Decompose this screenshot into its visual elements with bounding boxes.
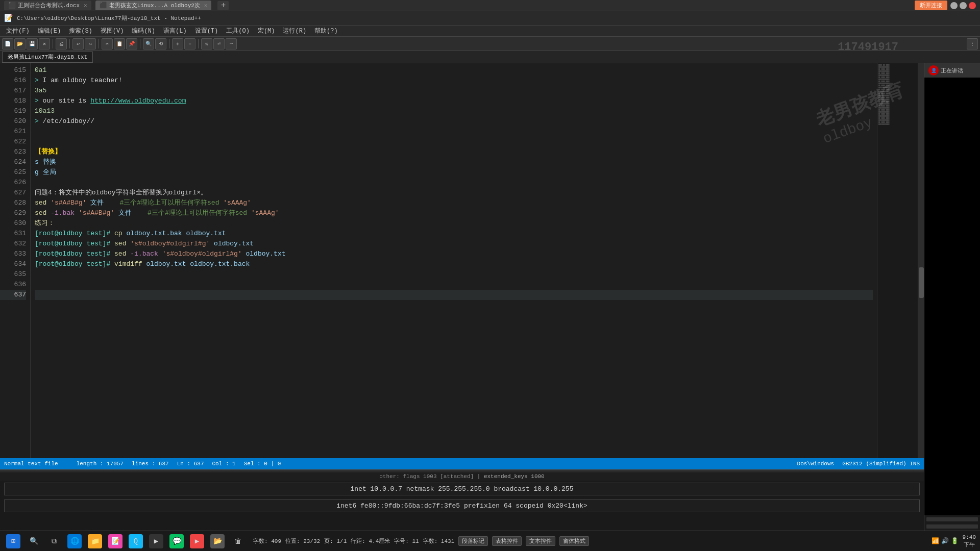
- chat-slider2[interactable]: [926, 524, 978, 529]
- vertical-scrollbar[interactable]: [918, 63, 924, 458]
- word-btn2[interactable]: 表格控件: [492, 536, 522, 546]
- tb-copy[interactable]: 📋: [114, 38, 125, 49]
- code-line: > I am oldboy teacher!: [35, 76, 873, 86]
- menu-tools[interactable]: 工具(O): [222, 26, 254, 36]
- browser-tab2-close[interactable]: ✕: [204, 2, 208, 9]
- code-line: [35, 137, 873, 147]
- word-btn4[interactable]: 窗体格式: [559, 536, 589, 546]
- taskbar-files[interactable]: 📂: [208, 532, 227, 550]
- tb-cut[interactable]: ✂: [102, 38, 113, 49]
- status-encoding: GB2312 (Simplified) INS: [842, 461, 920, 467]
- line-number: 630: [0, 218, 26, 229]
- tb-redo[interactable]: ↪: [85, 38, 96, 49]
- taskbar-explorer[interactable]: 📁: [86, 532, 104, 550]
- maximize-btn[interactable]: [960, 2, 967, 9]
- notepad-icon: 📝: [108, 534, 122, 548]
- start-button[interactable]: ⊞: [4, 532, 22, 550]
- menu-macro[interactable]: 宏(M): [254, 26, 279, 36]
- code-line: 【替换】: [35, 147, 873, 157]
- content-area: ⬛ 正则讲台合考测试.docx ✕ ⬛ 老男孩玄文Linux...A oldbo…: [0, 0, 980, 531]
- menu-bar: 文件(F) 编辑(E) 搜索(S) 视图(V) 编码(N) 语言(L) 设置(T…: [0, 26, 980, 37]
- qq-icon: Q: [129, 534, 143, 548]
- tb-right-buttons: ⋮: [967, 38, 978, 49]
- tb-indent[interactable]: →: [226, 38, 237, 49]
- code-line: 问题4：将文件中的oldboy字符串全部替换为oldgirl×。: [35, 188, 873, 198]
- word-status3: 页: 1/1: [324, 537, 347, 545]
- tray-volume: 🔊: [941, 537, 949, 545]
- tb-close[interactable]: ✕: [39, 38, 50, 49]
- tb-zoom-out[interactable]: －: [184, 38, 195, 49]
- tb-paste[interactable]: 📌: [126, 38, 137, 49]
- code-line: > /etc/oldboy//: [35, 116, 873, 127]
- menu-encoding[interactable]: 编码(N): [128, 26, 159, 36]
- menu-file[interactable]: 文件(F): [2, 26, 34, 36]
- tb-new[interactable]: 📄: [2, 38, 13, 49]
- tb-sync-scroll[interactable]: ⇅: [201, 38, 212, 49]
- line-number: 628: [0, 198, 26, 208]
- browser-tab2-icon: ⬛: [100, 2, 107, 9]
- word-status1: 字数: 409: [253, 537, 281, 545]
- status-sel: Sel : 0 | 0: [244, 461, 281, 467]
- tb-open[interactable]: 📂: [14, 38, 26, 49]
- recycle-icon: 🗑: [231, 534, 245, 548]
- tb-print[interactable]: 🖨: [56, 38, 67, 49]
- line-number: 637: [0, 290, 26, 300]
- close-btn[interactable]: [969, 2, 976, 9]
- browser-tab-second[interactable]: ⬛ 老男孩玄文Linux...A oldboy2次 ✕: [95, 1, 212, 10]
- new-tab-button[interactable]: +: [217, 1, 229, 10]
- menu-language[interactable]: 语言(L): [159, 26, 191, 36]
- file-tab-main[interactable]: 老男孩Linux77期-day18_txt: [2, 52, 93, 63]
- menu-edit[interactable]: 编辑(E): [34, 26, 65, 36]
- browser-tab-active[interactable]: ⬛ 正则讲台合考测试.docx ✕: [4, 1, 91, 10]
- editor-with-scroll: 6156166176186196206216226236246256266276…: [0, 63, 924, 458]
- taskbar-notepad[interactable]: 📝: [106, 532, 125, 550]
- tb-save[interactable]: 💾: [27, 38, 38, 49]
- tb-sep3: [99, 39, 99, 48]
- taskbar-qq[interactable]: Q: [127, 532, 145, 550]
- code-line: [35, 290, 873, 300]
- minimize-btn[interactable]: [950, 2, 958, 9]
- tb-sep4: [140, 39, 140, 48]
- line-number: 619: [0, 106, 26, 116]
- code-content[interactable]: 0a1> I am oldboy teacher!3a5> our site i…: [31, 63, 877, 458]
- menu-view[interactable]: 视图(V): [96, 26, 128, 36]
- code-line: s 替换: [35, 157, 873, 167]
- chat-slider1[interactable]: [926, 517, 978, 521]
- task-view-button[interactable]: ⧉: [45, 532, 63, 550]
- live-button[interactable]: 断开连接: [915, 1, 947, 10]
- tb-wrap[interactable]: ⏎: [213, 38, 225, 49]
- taskbar-browser[interactable]: 🌐: [65, 532, 84, 550]
- word-btn1[interactable]: 段落标记: [458, 536, 488, 546]
- tb-undo[interactable]: ↩: [72, 38, 84, 49]
- taskbar-terminal[interactable]: ▶: [147, 532, 165, 550]
- taskbar-recycle[interactable]: 🗑: [229, 532, 247, 550]
- status-lines: lines : 637: [132, 461, 169, 467]
- word-status4: 行距: 4.4厘米: [351, 537, 390, 545]
- chat-panel: 👤 正在讲话: [924, 63, 980, 531]
- word-btn3[interactable]: 文本控件: [526, 536, 555, 546]
- app-title-bar: 📝 C:\Users\oldboy\Desktop\Linux77期-day18…: [0, 11, 980, 26]
- code-line: 0a1: [35, 65, 873, 76]
- tb-replace[interactable]: ⟲: [155, 38, 166, 49]
- menu-settings[interactable]: 设置(T): [191, 26, 223, 36]
- menu-run[interactable]: 运行(R): [279, 26, 310, 36]
- taskbar-media[interactable]: ▶: [188, 532, 206, 550]
- tb-find[interactable]: 🔍: [143, 38, 154, 49]
- menu-help[interactable]: 帮助(?): [310, 26, 342, 36]
- line-number: 622: [0, 137, 26, 147]
- app-window: ⬛ 正则讲台合考测试.docx ✕ ⬛ 老男孩玄文Linux...A oldbo…: [0, 0, 980, 551]
- search-button[interactable]: 🔍: [24, 532, 43, 550]
- toolbar: 📄 📂 💾 ✕ 🖨 ↩ ↪ ✂ 📋 📌 🔍 ⟲ ＋ － ⇅ ⏎ → ⋮: [0, 37, 980, 51]
- app-icon: 📝: [4, 14, 13, 22]
- menu-search[interactable]: 搜索(S): [65, 26, 96, 36]
- browser-tab-close[interactable]: ✕: [84, 2, 87, 9]
- window-controls: [950, 2, 976, 9]
- terminal-hint: other: flags 1003 [attached] | extended_…: [0, 472, 924, 481]
- taskbar-chat[interactable]: 💬: [167, 532, 186, 550]
- code-line: 3a5: [35, 86, 873, 96]
- taskbar-right: 📶 🔊 🔋 9:40 下午: [932, 534, 976, 548]
- scrollbar-thumb[interactable]: [919, 267, 924, 298]
- tb-more[interactable]: ⋮: [967, 38, 978, 49]
- line-number: 627: [0, 188, 26, 198]
- tb-zoom-in[interactable]: ＋: [172, 38, 183, 49]
